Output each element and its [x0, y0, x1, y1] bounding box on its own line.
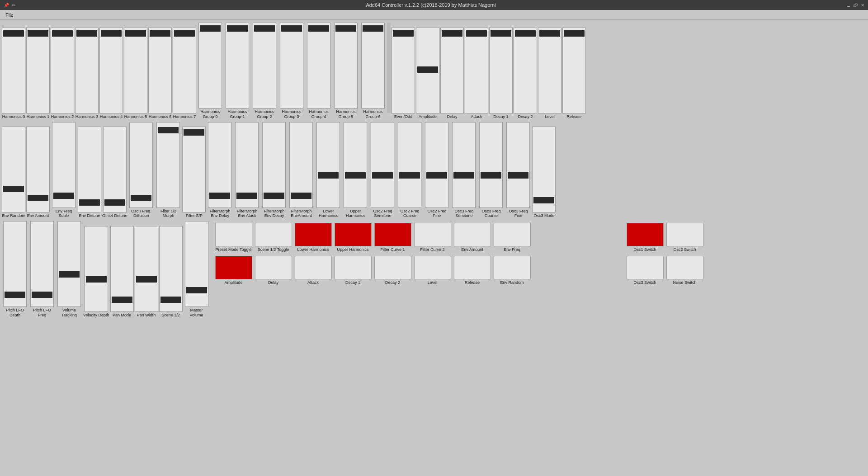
slider-volume-tracking[interactable]: Volume Tracking [56, 221, 82, 318]
switch-attack[interactable]: Attack [295, 256, 332, 285]
main-content: Harmonics 0 Harmonics 1 Harmonics 2 Harm… [0, 20, 868, 320]
switch-scene-12-toggle[interactable]: Scene 1/2 Toggle [255, 223, 292, 252]
slider-decay1[interactable]: Decay 1 [489, 28, 513, 119]
slider-harmonics-group-3[interactable]: Harmonics Group-3 [278, 23, 305, 119]
switch-osc2-switch[interactable]: Osc2 Switch [666, 223, 703, 252]
slider-harmonics-5[interactable]: Harmonics 5 [124, 28, 147, 119]
slider-harmonics-7[interactable]: Harmonics 7 [173, 28, 196, 119]
title-bar-left: 📌 ✏ [4, 3, 15, 8]
switch-lower-harmonics[interactable]: Lower Harmonics [295, 223, 332, 252]
slider-pan-width[interactable]: Pan Width [135, 226, 158, 318]
slider-env-freq-scale[interactable]: Env Freq Scale [51, 122, 77, 219]
switch-filter-curve-1[interactable]: Filter Curve 1 [374, 223, 411, 252]
row3-wrapper: Pitch LFO Depth Pitch LFO Freq Volume Tr… [2, 221, 866, 318]
switch-osc1-switch[interactable]: Osc1 Switch [627, 223, 664, 252]
switch-env-amount[interactable]: Env Amount [454, 223, 491, 252]
switch-osc3-switch[interactable]: Osc3 Switch [627, 256, 664, 285]
slider-filtermorph-env-delay[interactable]: FilterMorph Env Delay [207, 122, 233, 219]
slider-decay2[interactable]: Decay 2 [514, 28, 537, 119]
edit-icon[interactable]: ✏ [12, 3, 15, 8]
switch-noise-switch[interactable]: Noise Switch [666, 256, 703, 285]
slider-osc2-freq-semitone[interactable]: Osc2 Freq Semitone [369, 122, 396, 219]
slider-velocity-depth[interactable]: Velocity Depth [83, 226, 109, 318]
switch-preset-mode-toggle[interactable]: Preset Mode Toggle [215, 223, 252, 252]
slider-harmonics-1[interactable]: Harmonics 1 [26, 28, 50, 119]
slider-lower-harmonics[interactable]: Lower Harmonics [315, 122, 341, 219]
slider-filtermorph-envamount[interactable]: FilterMorph EnvAmount [288, 122, 314, 219]
slider-harmonics-6[interactable]: Harmonics 6 [148, 28, 172, 119]
switch-release[interactable]: Release [454, 256, 491, 285]
pin-icon[interactable]: 📌 [4, 3, 9, 8]
slider-filtermorph-env-atack[interactable]: FilterMorph Env Atack [234, 122, 260, 219]
slider-harmonics-0[interactable]: Harmonics 0 [2, 28, 25, 119]
slider-env-random[interactable]: Env Random [2, 127, 25, 218]
slider-row-2: Env Random Env Amount Env Freq Scale Env… [2, 122, 866, 219]
switch-level[interactable]: Level [414, 256, 451, 285]
slider-harmonics-group-6[interactable]: Harmonics Group-6 [360, 23, 386, 119]
menu-file[interactable]: File [2, 11, 17, 19]
slider-osc2-freq-fine[interactable]: Osc2 Freq Fine [424, 122, 450, 219]
slider-level[interactable]: Level [538, 28, 561, 119]
slider-harmonics-group-2[interactable]: Harmonics Group-2 [251, 23, 278, 119]
slider-pan-mode[interactable]: Pan Mode [110, 226, 134, 318]
slider-pitch-lfo-freq[interactable]: Pitch LFO Freq [29, 221, 55, 318]
slider-amplitude[interactable]: Amplitude [416, 28, 439, 119]
slider-env-amount[interactable]: Env Amount [26, 127, 50, 218]
slider-master-volume[interactable]: Master Volume [184, 221, 210, 318]
slider-filter12-morph[interactable]: Filter 1/2 Morph [155, 122, 181, 219]
slider-harmonics-3[interactable]: Harmonics 3 [75, 28, 99, 119]
slider-even-odd[interactable]: Even/Odd [392, 28, 415, 119]
slider-offset-detune[interactable]: Offset Detune [102, 127, 127, 218]
slider-osc3-mode[interactable]: Osc3 Mode [532, 127, 556, 218]
app-title: Add64 Controller v.1.2.2 (c)2018-2019 by… [15, 2, 846, 8]
slider-osc3-freq-semitone[interactable]: Osc3 Freq Semitone [451, 122, 477, 219]
slider-filtermorph-env-decay[interactable]: FilterMorph Env Decay [261, 122, 287, 219]
switch-delay[interactable]: Delay [255, 256, 292, 285]
close-icon[interactable]: ✕ [861, 3, 864, 8]
slider-osc3-freq-diffusion[interactable]: Osc3 Freq. Diffusion [128, 122, 154, 219]
switch-decay2[interactable]: Decay 2 [374, 256, 411, 285]
slider-harmonics-group-0[interactable]: Harmonics Group-0 [197, 23, 223, 119]
slider-harmonics-group-4[interactable]: Harmonics Group-4 [306, 23, 332, 119]
switch-env-random[interactable]: Env Random [494, 256, 531, 285]
buttons-section: Preset Mode Toggle Scene 1/2 Toggle Lowe… [215, 223, 703, 285]
slider-osc3-freq-fine[interactable]: Osc3 Freq Fine [505, 122, 531, 219]
slider-filter-sp[interactable]: Filter S/P [182, 127, 206, 218]
minimize-icon[interactable]: 🗕 [846, 3, 851, 8]
slider-delay[interactable]: Delay [440, 28, 464, 119]
slider-scene-12[interactable]: Scene 1/2 [159, 226, 183, 318]
slider-release[interactable]: Release [562, 28, 586, 119]
button-row-2: Amplitude Delay Attack Decay 1 Decay 2 [215, 256, 703, 285]
switch-upper-harmonics[interactable]: Upper Harmonics [335, 223, 372, 252]
slider-harmonics-group-5[interactable]: Harmonics Group-5 [333, 23, 359, 119]
button-row-1: Preset Mode Toggle Scene 1/2 Toggle Lowe… [215, 223, 703, 252]
slider-harmonics-4[interactable]: Harmonics 4 [99, 28, 123, 119]
slider-env-detune[interactable]: Env Detune [78, 127, 101, 218]
slider-upper-harmonics[interactable]: Upper Harmonics [342, 122, 368, 219]
slider-attack[interactable]: Attack [465, 28, 488, 119]
slider-harmonics-group-1[interactable]: Harmonics Group-1 [224, 23, 250, 119]
slider-osc3-freq-coarse[interactable]: Osc3 Freq Coarse [478, 122, 504, 219]
switch-decay1[interactable]: Decay 1 [335, 256, 372, 285]
switch-amplitude[interactable]: Amplitude [215, 256, 252, 285]
slider-harmonics-2[interactable]: Harmonics 2 [51, 28, 74, 119]
switch-env-freq[interactable]: Env Freq [494, 223, 531, 252]
title-bar: 📌 ✏ Add64 Controller v.1.2.2 (c)2018-201… [0, 0, 868, 10]
menu-bar: File [0, 10, 868, 20]
slider-row-3: Pitch LFO Depth Pitch LFO Freq Volume Tr… [2, 221, 210, 318]
maximize-icon[interactable]: 🗗 [854, 3, 858, 8]
title-bar-right: 🗕 🗗 ✕ [846, 3, 864, 8]
slider-row-1: Harmonics 0 Harmonics 1 Harmonics 2 Harm… [2, 23, 866, 119]
slider-pitch-lfo-depth[interactable]: Pitch LFO Depth [2, 221, 28, 318]
slider-osc2-freq-coarse[interactable]: Osc2 Freq Coarse [396, 122, 423, 219]
switch-filter-curve-2[interactable]: Filter Curve 2 [414, 223, 451, 252]
